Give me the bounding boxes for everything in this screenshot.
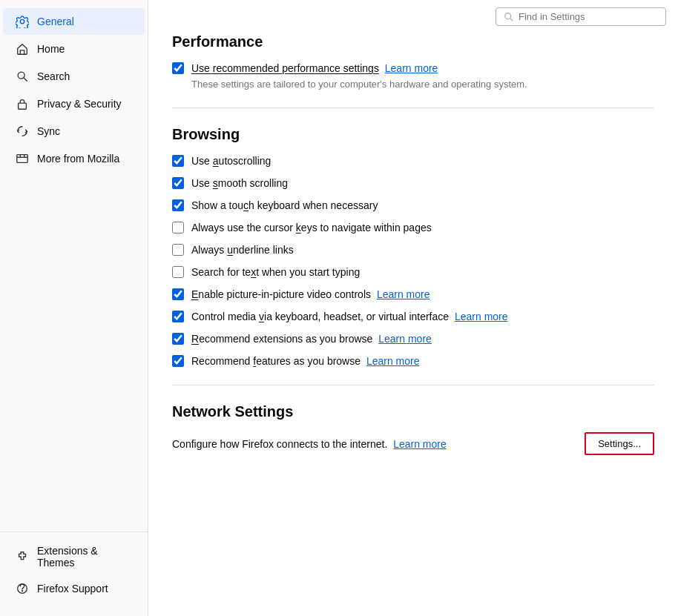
sidebar-item-extensions[interactable]: Extensions & Themes — [3, 539, 145, 574]
sidebar-nav: General Home Search — [0, 7, 148, 526]
find-search-icon — [504, 12, 514, 22]
svg-point-4 — [505, 13, 511, 19]
svg-rect-2 — [17, 155, 27, 163]
support-icon — [15, 581, 30, 596]
sidebar-item-label-mozilla: More from Mozilla — [37, 153, 119, 165]
sidebar-item-support[interactable]: Firefox Support — [3, 575, 145, 602]
svg-point-0 — [18, 72, 24, 79]
smooth-scrolling-row: Use smooth scrolling — [172, 177, 654, 189]
autoscrolling-row: Use autoscrolling — [172, 155, 654, 167]
media-keys-label[interactable]: Control media via keyboard, headset, or … — [191, 311, 508, 322]
topbar — [148, 0, 678, 33]
use-recommended-checkbox[interactable] — [172, 62, 184, 74]
cursor-keys-checkbox[interactable] — [172, 222, 184, 234]
browsing-title: Browsing — [172, 126, 654, 143]
use-recommended-label[interactable]: Use recommended performance settings Lea… — [191, 62, 438, 74]
find-in-settings-box[interactable] — [496, 7, 666, 26]
use-recommended-text: Use recommended performance settings — [191, 62, 379, 74]
recommend-extensions-row: Recommend extensions as you browse Learn… — [172, 333, 654, 345]
network-row: Configure how Firefox connects to the in… — [172, 432, 654, 455]
network-description: Configure how Firefox connects to the in… — [172, 438, 447, 450]
recommend-extensions-learn-more-link[interactable]: Learn more — [378, 333, 432, 345]
recommend-extensions-label[interactable]: Recommend extensions as you browse Learn… — [191, 333, 432, 345]
sidebar-item-label-extensions: Extensions & Themes — [37, 545, 133, 569]
network-settings-button[interactable]: Settings... — [585, 432, 654, 455]
recommend-features-label[interactable]: Recommend features as you browse Learn m… — [191, 355, 420, 367]
svg-rect-1 — [19, 103, 27, 109]
gear-icon — [15, 14, 30, 29]
recommend-features-row: Recommend features as you browse Learn m… — [172, 355, 654, 367]
sidebar-bottom: Extensions & Themes Firefox Support — [0, 531, 148, 609]
network-learn-more-link[interactable]: Learn more — [393, 438, 447, 450]
media-keys-learn-more-link[interactable]: Learn more — [455, 311, 508, 322]
recommend-features-checkbox[interactable] — [172, 355, 184, 367]
mozilla-icon — [15, 151, 30, 166]
sidebar-item-label-home: Home — [37, 43, 65, 55]
find-in-settings-input[interactable] — [519, 11, 658, 22]
sidebar-item-label-search: Search — [37, 70, 70, 82]
touch-keyboard-label[interactable]: Show a touch keyboard when necessary — [191, 199, 378, 211]
search-typing-row: Search for text when you start typing — [172, 266, 654, 278]
search-icon — [15, 69, 30, 84]
main-content: Performance Use recommended performance … — [148, 0, 678, 616]
sidebar-item-label-sync: Sync — [37, 125, 60, 137]
touch-keyboard-checkbox[interactable] — [172, 199, 184, 211]
sidebar-item-home[interactable]: Home — [3, 36, 145, 62]
sidebar-item-label-privacy: Privacy & Security — [37, 98, 122, 110]
sidebar-item-sync[interactable]: Sync — [3, 118, 145, 145]
extensions-icon — [15, 549, 30, 564]
media-keys-row: Control media via keyboard, headset, or … — [172, 311, 654, 322]
performance-description: These settings are tailored to your comp… — [191, 79, 654, 90]
cursor-keys-row: Always use the cursor keys to navigate w… — [172, 222, 654, 234]
performance-learn-more-link[interactable]: Learn more — [385, 62, 438, 74]
pip-checkbox[interactable] — [172, 288, 184, 300]
pip-label[interactable]: Enable picture-in-picture video controls… — [191, 288, 430, 300]
sidebar-item-general[interactable]: General — [3, 8, 145, 35]
network-title: Network Settings — [172, 403, 654, 420]
sidebar-item-more-mozilla[interactable]: More from Mozilla — [3, 145, 145, 172]
sync-icon — [15, 124, 30, 139]
sidebar-item-privacy-security[interactable]: Privacy & Security — [3, 90, 145, 117]
sidebar-item-label-general: General — [37, 16, 74, 27]
pip-learn-more-link[interactable]: Learn more — [377, 288, 430, 300]
media-keys-checkbox[interactable] — [172, 311, 184, 322]
underline-links-label[interactable]: Always underline links — [191, 244, 294, 256]
touch-keyboard-row: Show a touch keyboard when necessary — [172, 199, 654, 211]
pip-row: Enable picture-in-picture video controls… — [172, 288, 654, 300]
recommend-extensions-checkbox[interactable] — [172, 333, 184, 345]
underline-links-row: Always underline links — [172, 244, 654, 256]
underline-links-checkbox[interactable] — [172, 244, 184, 256]
autoscrolling-label[interactable]: Use autoscrolling — [191, 155, 271, 167]
sidebar-item-label-support: Firefox Support — [37, 583, 108, 595]
sidebar-item-search[interactable]: Search — [3, 63, 145, 90]
lock-icon — [15, 96, 30, 111]
search-typing-label[interactable]: Search for text when you start typing — [191, 266, 360, 278]
sidebar: General Home Search — [0, 0, 148, 616]
search-typing-checkbox[interactable] — [172, 266, 184, 278]
home-icon — [15, 42, 30, 56]
recommend-features-learn-more-link[interactable]: Learn more — [366, 355, 420, 367]
settings-content: Performance Use recommended performance … — [148, 33, 678, 479]
performance-title: Performance — [172, 33, 654, 50]
use-recommended-row: Use recommended performance settings Lea… — [172, 62, 654, 74]
cursor-keys-label[interactable]: Always use the cursor keys to navigate w… — [191, 222, 432, 234]
autoscrolling-checkbox[interactable] — [172, 155, 184, 167]
smooth-scrolling-label[interactable]: Use smooth scrolling — [191, 177, 288, 189]
divider-performance — [172, 107, 654, 108]
divider-browsing — [172, 385, 654, 385]
smooth-scrolling-checkbox[interactable] — [172, 177, 184, 189]
